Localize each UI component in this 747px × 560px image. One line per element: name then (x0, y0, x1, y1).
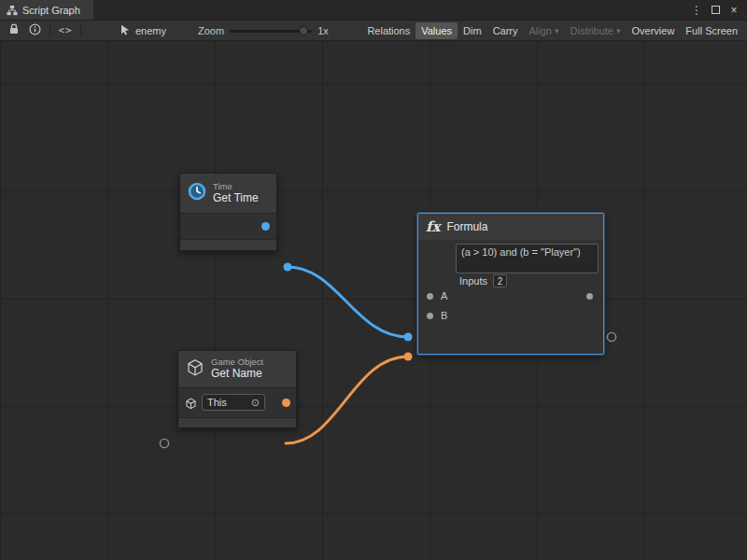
formula-output-port[interactable] (586, 293, 593, 300)
get-name-output-port[interactable] (282, 399, 290, 407)
zoom-label: Zoom (198, 25, 224, 36)
distribute-button: Distribute ▾ (565, 22, 627, 39)
maximize-icon (712, 6, 720, 14)
node-get-name-body: This ⊙ (178, 388, 296, 417)
target-value: This (207, 397, 247, 408)
node-title: Get Name (211, 368, 263, 381)
graph-name-label: enemy (135, 25, 166, 36)
chevron-down-icon: ▾ (555, 26, 559, 35)
formula-inputs-count-input[interactable]: 2 (493, 274, 507, 287)
overview-button[interactable]: Overview (627, 22, 681, 39)
formula-input-a-wire-endpoint[interactable] (404, 333, 413, 342)
node-get-time-body (180, 214, 276, 239)
node-get-name-header[interactable]: Game Object Get Name (178, 351, 296, 388)
tab-label: Script Graph (22, 5, 80, 16)
node-get-time-header[interactable]: Time Get Time (180, 174, 276, 214)
formula-input-a-port[interactable] (427, 293, 433, 300)
formula-inputs-row: Inputs 2 (459, 273, 507, 288)
inputs-label: Inputs (459, 275, 487, 287)
formula-fx-icon: fx (426, 218, 440, 235)
graph-toolbar: <> enemy Zoom 1x Relations Values Dim Ca… (0, 21, 747, 41)
node-title: Get Time (213, 192, 259, 205)
port-b-label: B (441, 310, 447, 321)
kebab-menu-button[interactable]: ⋮ (689, 3, 704, 18)
title-bar: Script Graph ⋮ × (0, 0, 747, 21)
formula-expression-input[interactable]: (a > 10) and (b = "Player") (456, 244, 599, 273)
relations-button[interactable]: Relations (361, 22, 416, 39)
node-get-name-footer (178, 417, 296, 427)
toolbar-separator (49, 24, 50, 37)
node-category: Time (213, 182, 259, 192)
zoom-slider-handle[interactable] (299, 26, 308, 35)
close-button[interactable]: × (726, 3, 741, 18)
values-button[interactable]: Values (416, 22, 458, 39)
distribute-button-label: Distribute (571, 25, 613, 36)
lock-button[interactable] (4, 22, 24, 39)
node-get-name[interactable]: Game Object Get Name This ⊙ (177, 350, 297, 428)
target-object-dropdown[interactable]: This ⊙ (202, 394, 265, 411)
port-a-label: A (441, 290, 447, 301)
code-icon: <> (58, 24, 72, 36)
formula-input-b-wire-endpoint[interactable] (404, 353, 413, 361)
node-get-time[interactable]: Time Get Time (179, 173, 277, 251)
toolbar-separator (80, 24, 81, 37)
carry-button[interactable]: Carry (487, 22, 524, 39)
get-name-input-open-port[interactable] (160, 439, 168, 447)
info-icon (29, 23, 41, 37)
clock-icon (188, 182, 206, 204)
formula-port-row-b: B (418, 309, 603, 324)
graph-canvas[interactable]: Time Get Time fx Formula (a > 10) and (b… (0, 41, 747, 560)
graph-breadcrumb[interactable]: enemy (120, 24, 166, 37)
tab-script-graph[interactable]: Script Graph (0, 0, 93, 20)
edit-graph-button[interactable]: <> (55, 22, 76, 39)
zoom-value: 1x (317, 25, 329, 36)
formula-output-open-port[interactable] (607, 332, 615, 341)
chevron-down-icon: ▾ (616, 26, 621, 35)
window-controls: ⋮ × (689, 0, 747, 20)
align-button-label: Align (529, 25, 552, 36)
node-formula-header[interactable]: fx Formula (418, 214, 603, 240)
formula-port-row-a: A (418, 289, 603, 304)
cube-icon (185, 397, 197, 413)
cursor-icon (120, 24, 131, 37)
wire-endpoint-blue[interactable] (284, 263, 292, 272)
cube-icon (186, 358, 204, 381)
node-get-time-footer (180, 239, 276, 250)
node-formula[interactable]: fx Formula (a > 10) and (b = "Player") I… (417, 213, 604, 355)
zoom-slider[interactable] (230, 24, 312, 37)
object-picker-icon: ⊙ (251, 397, 260, 409)
wire-get-time-to-formula[interactable] (288, 267, 408, 337)
toolbar-button-group: Relations Values Dim Carry Align ▾ Distr… (361, 22, 743, 39)
align-button: Align ▾ (524, 22, 565, 39)
lock-icon (8, 23, 20, 37)
info-button[interactable] (24, 22, 45, 39)
formula-input-b-port[interactable] (427, 313, 433, 319)
script-graph-icon (7, 5, 18, 16)
maximize-button[interactable] (708, 3, 723, 18)
node-title: Formula (446, 220, 487, 233)
get-time-output-port[interactable] (261, 222, 270, 231)
wires-overlay (0, 82, 747, 560)
fullscreen-button[interactable]: Full Screen (680, 22, 743, 39)
wire-get-name-to-formula[interactable] (286, 357, 408, 443)
dim-button[interactable]: Dim (458, 22, 487, 39)
